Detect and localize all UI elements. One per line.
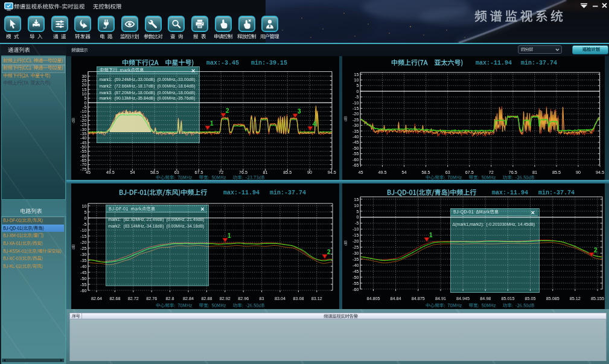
svg-text:54: 54 bbox=[402, 170, 407, 175]
svg-text:83.04: 83.04 bbox=[275, 296, 285, 301]
svg-text:-45: -45 bbox=[352, 269, 359, 274]
svg-text:85.015: 85.015 bbox=[501, 296, 514, 301]
svg-text:dB: dB bbox=[343, 116, 348, 121]
svg-text:dB: dB bbox=[71, 118, 76, 123]
svg-text:82.8: 82.8 bbox=[166, 296, 174, 301]
svg-text:-25: -25 bbox=[352, 244, 359, 250]
svg-text:-50: -50 bbox=[80, 276, 86, 281]
svg-text:-20: -20 bbox=[80, 240, 86, 245]
svg-text:85.5: 85.5 bbox=[283, 170, 292, 175]
svg-text:83: 83 bbox=[260, 296, 264, 301]
svg-text:82.96: 82.96 bbox=[238, 296, 249, 301]
svg-text:45: 45 bbox=[359, 170, 363, 175]
svg-text:94.5: 94.5 bbox=[596, 170, 604, 175]
svg-text:83.12: 83.12 bbox=[311, 296, 322, 301]
svg-text:-15: -15 bbox=[352, 106, 359, 111]
svg-text:-35: -35 bbox=[352, 129, 359, 134]
svg-text:90: 90 bbox=[576, 170, 581, 175]
svg-text:2: 2 bbox=[594, 247, 598, 254]
svg-text:15: 15 bbox=[354, 197, 359, 202]
svg-text:-20: -20 bbox=[352, 111, 359, 117]
svg-text:10: 10 bbox=[82, 203, 87, 209]
svg-text:-25: -25 bbox=[352, 117, 359, 123]
svg-text:90: 90 bbox=[307, 170, 312, 175]
svg-text:-20: -20 bbox=[352, 238, 359, 244]
svg-text:-50: -50 bbox=[352, 275, 359, 280]
svg-text:0: 0 bbox=[357, 89, 359, 94]
svg-text:85.085: 85.085 bbox=[546, 296, 560, 301]
svg-text:45: 45 bbox=[86, 170, 91, 175]
svg-text:85.05: 85.05 bbox=[525, 296, 536, 301]
svg-text:2: 2 bbox=[327, 249, 331, 255]
svg-text:1: 1 bbox=[228, 232, 231, 239]
svg-text:1: 1 bbox=[210, 120, 214, 127]
svg-text:-55: -55 bbox=[352, 281, 359, 286]
svg-text:-5: -5 bbox=[355, 94, 359, 100]
svg-text:49.5: 49.5 bbox=[106, 170, 115, 175]
svg-text:84.84: 84.84 bbox=[391, 296, 401, 301]
svg-text:49.5: 49.5 bbox=[378, 170, 387, 175]
svg-text:-40: -40 bbox=[352, 134, 359, 139]
svg-text:82.84: 82.84 bbox=[183, 296, 194, 301]
svg-text:dB: dB bbox=[71, 244, 76, 249]
svg-text:1: 1 bbox=[429, 232, 433, 238]
svg-text:82.68: 82.68 bbox=[109, 296, 120, 301]
svg-text:2: 2 bbox=[226, 107, 229, 114]
svg-text:-45: -45 bbox=[80, 270, 86, 275]
svg-text:-50: -50 bbox=[352, 145, 359, 151]
svg-text:5: 5 bbox=[357, 209, 359, 214]
svg-text:15: 15 bbox=[354, 72, 359, 77]
svg-text:84.945: 84.945 bbox=[456, 296, 470, 301]
svg-text:-25: -25 bbox=[80, 246, 86, 251]
svg-text:dB: dB bbox=[343, 240, 348, 246]
svg-text:-55: -55 bbox=[352, 151, 359, 156]
svg-text:84.98: 84.98 bbox=[480, 296, 491, 301]
svg-text:82.76: 82.76 bbox=[146, 296, 157, 301]
svg-text:-40: -40 bbox=[352, 263, 359, 268]
svg-text:-60: -60 bbox=[352, 287, 359, 292]
svg-text:-10: -10 bbox=[352, 100, 359, 106]
svg-text:5: 5 bbox=[84, 209, 87, 215]
svg-text:82.92: 82.92 bbox=[220, 296, 231, 301]
svg-text:-15: -15 bbox=[80, 234, 86, 239]
svg-text:84.91: 84.91 bbox=[435, 296, 446, 301]
svg-text:82.88: 82.88 bbox=[201, 296, 212, 301]
svg-text:85.5: 85.5 bbox=[552, 170, 561, 175]
svg-text:85.155: 85.155 bbox=[591, 296, 604, 301]
svg-text:85.12: 85.12 bbox=[570, 296, 581, 301]
svg-text:5: 5 bbox=[357, 83, 359, 88]
svg-text:82.64: 82.64 bbox=[91, 296, 102, 301]
svg-text:-15: -15 bbox=[352, 232, 359, 238]
svg-text:-30: -30 bbox=[352, 251, 359, 256]
svg-text:0: 0 bbox=[84, 216, 87, 221]
svg-text:82.72: 82.72 bbox=[128, 296, 139, 301]
svg-text:-60: -60 bbox=[352, 157, 359, 162]
svg-text:-5: -5 bbox=[83, 222, 86, 227]
svg-text:-45: -45 bbox=[352, 139, 359, 145]
svg-text:54: 54 bbox=[130, 170, 135, 175]
svg-text:84.875: 84.875 bbox=[412, 296, 425, 301]
svg-text:94.5: 94.5 bbox=[328, 170, 336, 175]
svg-text:-40: -40 bbox=[80, 264, 86, 269]
svg-text:10: 10 bbox=[354, 77, 359, 83]
svg-text:-10: -10 bbox=[352, 226, 359, 232]
svg-text:-5: -5 bbox=[355, 220, 359, 226]
svg-text:3: 3 bbox=[298, 108, 301, 115]
svg-text:-35: -35 bbox=[80, 258, 86, 263]
svg-text:-65: -65 bbox=[352, 162, 359, 168]
svg-text:-30: -30 bbox=[352, 123, 359, 128]
svg-text:84.805: 84.805 bbox=[367, 296, 380, 301]
svg-text:-55: -55 bbox=[80, 282, 86, 287]
svg-text:-30: -30 bbox=[80, 252, 86, 257]
svg-text:-35: -35 bbox=[352, 257, 359, 262]
svg-text:0: 0 bbox=[357, 214, 359, 220]
svg-text:83.08: 83.08 bbox=[293, 296, 304, 301]
svg-text:-60: -60 bbox=[80, 288, 86, 293]
svg-text:4: 4 bbox=[313, 121, 316, 127]
svg-text:10: 10 bbox=[354, 203, 359, 208]
svg-text:-10: -10 bbox=[80, 228, 86, 233]
